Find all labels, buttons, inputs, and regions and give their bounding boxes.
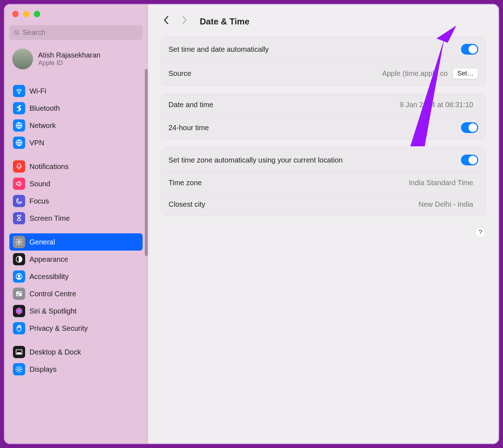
row-label: Time zone bbox=[169, 179, 202, 187]
back-button[interactable] bbox=[161, 14, 172, 29]
sidebar-item-label: Displays bbox=[29, 365, 57, 374]
sidebar-nav: Wi-FiBluetoothNetworkVPNNotificationsSou… bbox=[9, 76, 143, 378]
sidebar-item-general[interactable]: General bbox=[9, 233, 143, 251]
row-city: Closest cityNew Delhi - India bbox=[161, 193, 485, 215]
maximize-window-button[interactable] bbox=[34, 11, 40, 17]
person-icon bbox=[13, 270, 25, 283]
bell-icon bbox=[13, 160, 25, 173]
svg-point-0 bbox=[14, 30, 18, 34]
sidebar-item-label: Control Centre bbox=[29, 290, 76, 298]
scrollbar-thumb[interactable] bbox=[145, 69, 148, 256]
avatar bbox=[12, 49, 33, 69]
sidebar-item-label: Wi-Fi bbox=[29, 87, 46, 95]
svg-point-12 bbox=[20, 294, 21, 296]
sidebar-item-desktop[interactable]: Desktop & Dock bbox=[9, 343, 143, 361]
svg-point-13 bbox=[16, 308, 22, 314]
row-tz: Time zoneIndia Standard Time bbox=[161, 172, 485, 193]
svg-point-5 bbox=[18, 241, 20, 243]
settings-group: Date and time9 Jan 2024 at 08:31:1024-ho… bbox=[161, 94, 486, 140]
row-auto_datetime: Set time and date automatically bbox=[161, 37, 485, 61]
chevron-right-icon bbox=[181, 15, 188, 25]
gear-icon bbox=[13, 236, 25, 248]
contrast-icon bbox=[13, 253, 25, 265]
content-header: Date & Time bbox=[161, 14, 486, 29]
sidebar-item-vpn[interactable]: VPN bbox=[9, 134, 143, 151]
row-label: 24-hour time bbox=[169, 124, 209, 132]
sidebar-item-label: Appearance bbox=[29, 255, 68, 264]
row-value: New Delhi - India bbox=[419, 200, 473, 209]
search-field[interactable] bbox=[9, 25, 143, 40]
sidebar-item-label: Privacy & Security bbox=[29, 324, 88, 333]
sidebar-item-screentime[interactable]: Screen Time bbox=[9, 210, 143, 227]
row-value: Apple (time.apple.co bbox=[382, 69, 448, 78]
row-value: India Standard Time bbox=[409, 179, 473, 187]
sidebar: Atish Rajasekharan Apple ID Wi-FiBluetoo… bbox=[4, 4, 148, 444]
sidebar-item-sound[interactable]: Sound bbox=[9, 175, 143, 192]
svg-point-8 bbox=[18, 275, 20, 277]
sidebar-item-label: VPN bbox=[29, 139, 44, 147]
row-label: Set time zone automatically using your c… bbox=[169, 156, 343, 164]
sidebar-item-label: Screen Time bbox=[29, 214, 70, 223]
globe-icon bbox=[13, 119, 25, 132]
sidebar-item-appearance[interactable]: Appearance bbox=[9, 251, 143, 268]
row-value: 9 Jan 2024 at 08:31:10 bbox=[400, 101, 473, 109]
settings-window: Atish Rajasekharan Apple ID Wi-FiBluetoo… bbox=[4, 4, 499, 444]
hourglass-icon bbox=[13, 212, 25, 224]
sidebar-item-label: General bbox=[29, 238, 55, 246]
svg-point-16 bbox=[18, 368, 20, 370]
apple-id-row[interactable]: Atish Rajasekharan Apple ID bbox=[9, 46, 143, 76]
account-subtitle: Apple ID bbox=[38, 59, 100, 67]
window-controls bbox=[9, 11, 143, 25]
globe-icon bbox=[13, 137, 25, 149]
moon-icon bbox=[13, 195, 25, 207]
speaker-icon bbox=[13, 178, 25, 190]
help-button[interactable]: ? bbox=[475, 227, 486, 238]
sidebar-item-label: Network bbox=[29, 122, 56, 130]
sidebar-item-controlcentre[interactable]: Control Centre bbox=[9, 285, 143, 302]
sidebar-item-label: Bluetooth bbox=[29, 104, 60, 113]
sidebar-item-privacy[interactable]: Privacy & Security bbox=[9, 320, 143, 337]
settings-group: Set time and date automaticallySourceApp… bbox=[161, 37, 486, 86]
row-auto_tz: Set time zone automatically using your c… bbox=[161, 148, 485, 172]
account-name: Atish Rajasekharan bbox=[38, 51, 100, 59]
svg-line-1 bbox=[17, 33, 18, 35]
sidebar-item-focus[interactable]: Focus bbox=[9, 192, 143, 210]
svg-point-2 bbox=[19, 93, 19, 94]
dock-icon bbox=[13, 346, 25, 358]
toggle-24hr[interactable] bbox=[461, 122, 478, 133]
sidebar-item-displays[interactable]: Displays bbox=[9, 361, 143, 378]
row-label: Set time and date automatically bbox=[169, 45, 269, 54]
bluetooth-icon bbox=[13, 102, 25, 114]
sidebar-item-bluetooth[interactable]: Bluetooth bbox=[9, 100, 143, 117]
row-source: SourceApple (time.apple.coSet… bbox=[161, 61, 485, 86]
page-title: Date & Time bbox=[200, 17, 249, 27]
sidebar-item-label: Accessibility bbox=[29, 273, 69, 281]
sidebar-item-notifications[interactable]: Notifications bbox=[9, 158, 143, 175]
svg-rect-15 bbox=[17, 353, 21, 354]
sidebar-item-label: Sound bbox=[29, 180, 50, 188]
sidebar-item-label: Siri & Spotlight bbox=[29, 307, 77, 315]
switches-icon bbox=[13, 288, 25, 300]
sidebar-item-label: Focus bbox=[29, 197, 49, 205]
forward-button[interactable] bbox=[179, 14, 190, 29]
row-24hr: 24-hour time bbox=[161, 115, 485, 140]
row-label: Date and time bbox=[169, 101, 213, 109]
button-source[interactable]: Set… bbox=[453, 68, 478, 79]
sidebar-item-siri[interactable]: Siri & Spotlight bbox=[9, 302, 143, 320]
row-datetime: Date and time9 Jan 2024 at 08:31:10 bbox=[161, 94, 485, 115]
sidebar-item-network[interactable]: Network bbox=[9, 117, 143, 134]
search-icon bbox=[14, 29, 20, 36]
hand-icon bbox=[13, 322, 25, 334]
toggle-auto_datetime[interactable] bbox=[461, 44, 478, 55]
close-window-button[interactable] bbox=[12, 11, 19, 17]
sidebar-item-accessibility[interactable]: Accessibility bbox=[9, 268, 143, 285]
toggle-auto_tz[interactable] bbox=[461, 155, 478, 165]
sidebar-item-label: Desktop & Dock bbox=[29, 348, 81, 356]
siri-icon bbox=[13, 305, 25, 317]
settings-group: Set time zone automatically using your c… bbox=[161, 148, 486, 215]
brightness-icon bbox=[13, 363, 25, 375]
row-label: Source bbox=[169, 69, 191, 78]
search-input[interactable] bbox=[23, 28, 138, 37]
minimize-window-button[interactable] bbox=[23, 11, 29, 17]
sidebar-item-wifi[interactable]: Wi-Fi bbox=[9, 82, 143, 100]
